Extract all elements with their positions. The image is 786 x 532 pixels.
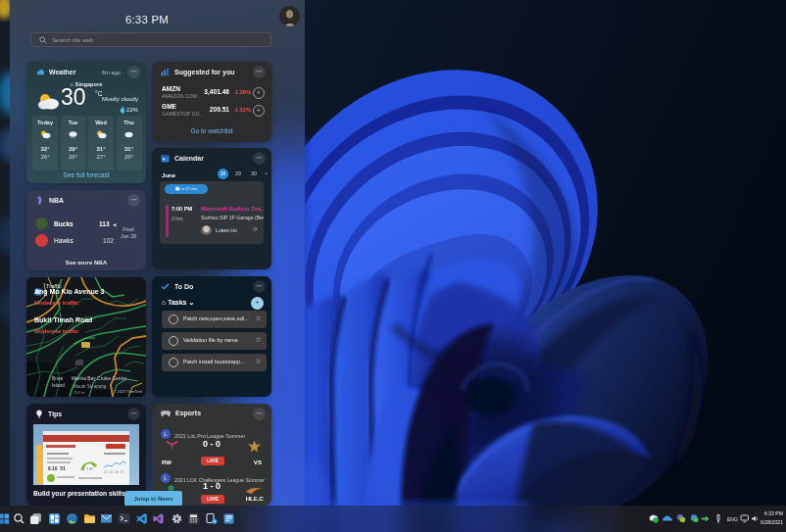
svg-text:7.8: 7.8 <box>86 466 92 471</box>
